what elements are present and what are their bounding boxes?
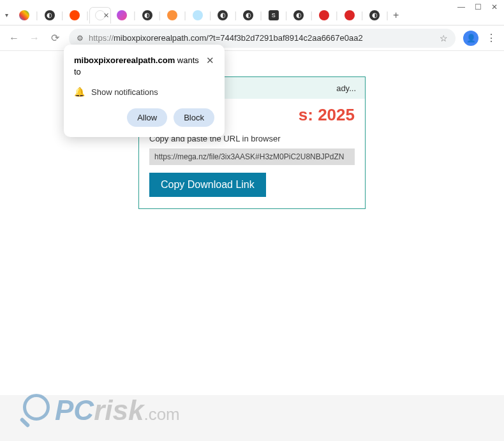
browser-tab[interactable]: S [263,7,285,24]
magnifier-icon [19,393,55,428]
tab-close-icon[interactable]: ✕ [103,11,109,20]
window-minimize-icon[interactable]: — [457,3,466,11]
browser-tab[interactable] [64,7,85,24]
browser-menu-icon[interactable]: ⋮ [486,32,496,44]
browser-tab[interactable]: ◐ [137,7,158,24]
browser-tab[interactable]: ◐ [212,7,233,24]
watermark-logo: PCrisk.com [19,393,180,428]
tab-dropdown-icon[interactable]: ▾ [5,11,8,18]
popup-close-icon[interactable]: ✕ [206,55,214,66]
browser-tab[interactable] [13,7,35,24]
bookmark-star-icon[interactable]: ☆ [440,33,448,43]
reload-button[interactable]: ⟳ [48,32,61,44]
profile-avatar[interactable]: 👤 [463,31,478,46]
browser-tab[interactable] [339,7,360,24]
popup-message: miboxpixorerealpath.com wants to [74,55,206,78]
tab-strip: ▾ | ◐| | ✕ | ◐| | | ◐| ◐| S| ◐| | | ◐| + [0,5,504,25]
download-link-box[interactable]: https://mega.nz/file/3ix3AASK#H3zM0PiC2U… [149,148,355,165]
permission-item: Show notifications [91,87,158,97]
back-button[interactable]: ← [8,33,20,44]
browser-tab[interactable] [161,7,183,24]
forward-button[interactable]: → [28,33,41,44]
browser-tab[interactable]: ◐ [364,7,385,24]
browser-tab[interactable]: ◐ [288,7,309,24]
copy-download-link-button[interactable]: Copy Download Link [149,173,266,197]
site-settings-icon[interactable]: ⚙ [77,34,84,43]
new-tab-button[interactable]: + [393,10,399,21]
browser-tab[interactable] [313,7,335,24]
allow-button[interactable]: Allow [127,108,167,127]
notification-permission-popup: miboxpixorerealpath.com wants to ✕ 🔔 Sho… [64,45,225,137]
browser-tab[interactable] [187,7,209,24]
window-close-icon[interactable]: ✕ [490,3,499,11]
browser-tab-active[interactable]: ✕ [89,7,111,24]
window-maximize-icon[interactable]: ☐ [473,3,482,11]
block-button[interactable]: Block [174,108,214,127]
browser-tab[interactable]: ◐ [39,7,61,24]
bell-icon: 🔔 [74,87,85,97]
url-text: https://miboxpixorerealpath.com/?t=744f3… [89,33,434,43]
browser-tab[interactable]: ◐ [237,7,259,24]
browser-tab[interactable] [111,7,133,24]
